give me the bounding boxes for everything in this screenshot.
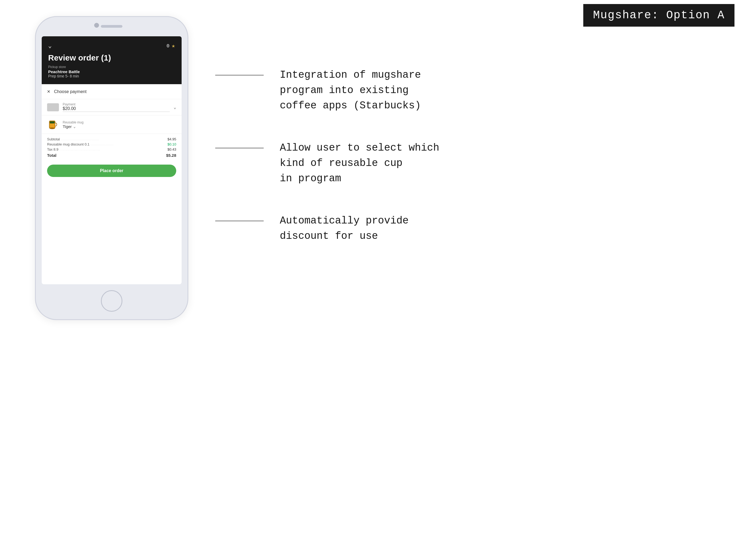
annotation-item-2: Allow user to select whichkind of reusab… [215,140,726,186]
svg-point-3 [50,127,55,129]
discount-row: Reusable mug discount 0.1 ..............… [47,142,176,146]
header-badge: Mugshare: Option A [583,4,735,27]
payment-card-icon [47,103,59,111]
phone-camera-icon [94,23,99,28]
review-order-title: Review order (1) [48,53,175,62]
place-order-button[interactable]: Place order [47,165,176,177]
discount-value: $0.10 [167,142,176,146]
annotation-line-3 [215,220,264,221]
subtotal-value: $4.95 [167,137,176,141]
payment-row[interactable]: Payment $20.00 ⌄ [42,99,182,116]
discount-dots: .................. [91,143,166,146]
mug-name: Tiger [63,124,72,129]
annotations-panel: Integration of mugshareprogram into exis… [215,32,726,271]
subtotal-label: Subtotal [47,137,60,141]
tax-dots: ................................ [59,148,166,151]
order-summary: Subtotal .............................. … [42,134,182,161]
chevron-down-small-icon[interactable]: ⌄ [174,105,176,110]
chevron-down-icon[interactable]: ⌄ [48,42,52,50]
annotation-line-2 [215,148,264,149]
total-value: $5.28 [166,153,176,158]
prep-time: Prep time 5- 8 min [48,74,175,78]
phone-home-button[interactable] [101,290,122,312]
app-header-top: ⌄ 0 ★ [48,42,175,50]
mug-type-label: Reusable mug [63,120,176,124]
mug-row[interactable]: Reusable mug Tiger ⌄ [42,116,182,134]
subtotal-dots: .............................. [61,138,166,141]
tax-label: Tax 8.9 [47,148,58,151]
store-name: Peachtree Battle [48,69,175,74]
phone-body: ⌄ 0 ★ Review order (1) Pickup store Peac… [35,16,188,320]
mug-details: Reusable mug Tiger ⌄ [63,120,176,129]
svg-rect-2 [50,121,54,123]
mug-selector[interactable]: Tiger ⌄ [63,124,176,129]
annotation-item-3: Automatically providediscount for use [215,213,726,244]
tax-row: Tax 8.9 ................................… [47,148,176,151]
app-body: × Choose payment Payment $20.00 ⌄ [42,84,182,177]
phone-speaker [101,25,122,28]
total-label: Total [47,153,56,158]
header-right: 0 ★ [166,42,175,50]
annotation-item-1: Integration of mugshareprogram into exis… [215,67,726,113]
mug-chevron-icon[interactable]: ⌄ [73,124,76,129]
pickup-label: Pickup store [48,65,175,69]
phone-wrapper: ⌄ 0 ★ Review order (1) Pickup store Peac… [35,16,188,320]
payment-header: × Choose payment [42,84,182,99]
tax-value: $0.43 [167,148,176,151]
annotation-text-2: Allow user to select whichkind of reusab… [280,140,439,186]
total-row: Total $5.28 [47,153,176,158]
payment-type-label: Payment [63,102,170,106]
close-icon[interactable]: × [47,88,50,95]
annotation-text-3: Automatically providediscount for use [280,213,409,244]
payment-details: Payment $20.00 [63,102,170,112]
annotation-text-1: Integration of mugshareprogram into exis… [280,67,421,113]
star-icon[interactable]: ★ [172,42,175,50]
annotation-line-1 [215,75,264,76]
mug-icon [47,118,59,130]
cart-count: 0 [166,43,169,49]
app-header: ⌄ 0 ★ Review order (1) Pickup store Peac… [42,36,182,84]
phone-screen: ⌄ 0 ★ Review order (1) Pickup store Peac… [42,36,182,284]
payment-amount: $20.00 [63,106,170,112]
discount-label: Reusable mug discount 0.1 [47,142,89,146]
subtotal-row: Subtotal .............................. … [47,137,176,141]
choose-payment-label: Choose payment [54,89,86,94]
